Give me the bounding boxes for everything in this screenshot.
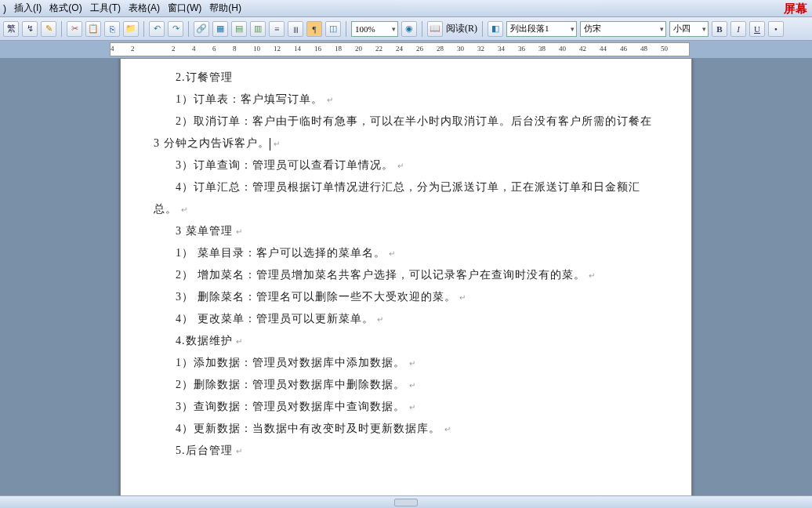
ruler-tick: 12 bbox=[274, 45, 281, 53]
traditional-button[interactable]: 繁 bbox=[3, 21, 19, 37]
ruler-tick: 8 bbox=[233, 45, 237, 53]
ruler-tick: 32 bbox=[477, 45, 484, 53]
more-icon[interactable]: • bbox=[768, 21, 784, 37]
format-brush-icon[interactable]: ✎ bbox=[41, 21, 56, 37]
horizontal-ruler[interactable]: 4224681012141618202224262830323436384042… bbox=[110, 42, 690, 56]
style-combo[interactable]: 列出段落1 bbox=[506, 21, 577, 37]
ruler-tick: 4 bbox=[111, 45, 114, 53]
menu-tools[interactable]: 工具(T) bbox=[90, 2, 121, 15]
ruler-tick: 46 bbox=[620, 45, 627, 53]
read-button[interactable]: 阅读(R) bbox=[446, 22, 477, 35]
doc-icon[interactable]: ◫ bbox=[325, 21, 341, 37]
ruler-tick: 24 bbox=[396, 45, 403, 53]
folder-icon[interactable]: 📁 bbox=[123, 21, 139, 37]
italic-button[interactable]: I bbox=[730, 21, 746, 37]
doc-line: 3）订单查询：管理员可以查看订单情况。 ↵ bbox=[154, 154, 658, 176]
doc-line: 4） 更改菜单：管理员可以更新菜单。 ↵ bbox=[154, 308, 658, 330]
undo-icon[interactable]: ↶ bbox=[149, 21, 165, 37]
ruler-tick: 20 bbox=[355, 45, 362, 53]
ruler-tick: 2 bbox=[131, 45, 135, 53]
text-cursor bbox=[270, 138, 270, 151]
ruler-tick: 38 bbox=[538, 45, 546, 53]
doc-line: 4）更新数据：当数据中有改变时及时更新数据库。 ↵ bbox=[154, 418, 658, 440]
style-icon[interactable]: ◧ bbox=[488, 21, 503, 37]
doc-line: 1）添加数据：管理员对数据库中添加数据。 ↵ bbox=[154, 352, 658, 374]
link-icon[interactable]: 🔗 bbox=[194, 21, 209, 37]
separator bbox=[422, 21, 422, 37]
book-icon[interactable]: 📖 bbox=[427, 21, 443, 37]
arrow-icon[interactable]: ↯ bbox=[22, 21, 38, 37]
ruler-tick: 4 bbox=[192, 45, 196, 53]
bold-button[interactable]: B bbox=[712, 21, 727, 37]
ruler-tick: 42 bbox=[579, 45, 586, 53]
ruler-tick: 30 bbox=[457, 45, 464, 53]
ruler-tick: 28 bbox=[437, 45, 444, 53]
ruler-tick: 36 bbox=[518, 45, 525, 53]
zoom-combo[interactable]: 100% bbox=[351, 21, 398, 37]
redo-icon[interactable]: ↷ bbox=[168, 21, 183, 37]
copy-icon[interactable]: ⎘ bbox=[104, 21, 120, 37]
ruler-tick: 22 bbox=[375, 45, 382, 53]
paste-icon[interactable]: 📋 bbox=[85, 21, 101, 37]
cut-icon[interactable]: ✂ bbox=[67, 21, 82, 37]
doc-line: 4.数据维护 ↵ bbox=[154, 330, 658, 352]
ruler-tick: 16 bbox=[314, 45, 321, 53]
ruler-tick: 14 bbox=[294, 45, 301, 53]
status-bar bbox=[0, 495, 812, 508]
table-icon[interactable]: ▦ bbox=[212, 21, 228, 37]
ruler-tick: 44 bbox=[600, 45, 607, 53]
doc-line: 2.订餐管理 bbox=[154, 67, 658, 89]
menu-help[interactable]: 帮助(H) bbox=[209, 2, 241, 15]
menu-format[interactable]: 格式(O) bbox=[49, 2, 82, 15]
doc-line: 3 菜单管理 ↵ bbox=[154, 220, 658, 242]
doc-line: 2） 增加菜名：管理员增加菜名共客户选择，可以记录客户在查询时没有的菜。 ↵ bbox=[154, 264, 658, 286]
font-combo[interactable]: 仿宋 bbox=[580, 21, 666, 37]
doc-line: 5.后台管理 ↵ bbox=[154, 440, 658, 462]
separator bbox=[143, 21, 144, 37]
separator bbox=[188, 21, 189, 37]
doc-line: 2）取消订单：客户由于临时有急事，可以在半小时内取消订单。后台没有客户所需的订餐… bbox=[154, 111, 658, 154]
screen-recorder-label: 屏幕 bbox=[784, 2, 807, 16]
document-page: 2.订餐管理 1）订单表：客户填写订单。 ↵ 2）取消订单：客户由于临时有急事，… bbox=[120, 58, 692, 495]
menu-insert[interactable]: 插入(I) bbox=[14, 2, 42, 15]
chart-icon[interactable]: ⫼ bbox=[288, 21, 303, 37]
size-combo[interactable]: 小四 bbox=[669, 21, 709, 37]
doc-line: 4）订单汇总：管理员根据订单情况进行汇总，分为已派送订单，正在派送订单和日金额汇… bbox=[154, 176, 658, 220]
menu-window[interactable]: 窗口(W) bbox=[168, 2, 201, 15]
separator bbox=[346, 21, 346, 37]
ruler-tick: 10 bbox=[253, 45, 260, 53]
doc-line: 2）删除数据：管理员对数据库中删除数据。 ↵ bbox=[154, 374, 658, 396]
ruler-tick: 6 bbox=[212, 45, 216, 53]
grid-icon[interactable]: ▤ bbox=[231, 21, 247, 37]
menu-table[interactable]: 表格(A) bbox=[129, 2, 160, 15]
doc-line: 3）查询数据：管理员对数据库中查询数据。 ↵ bbox=[154, 396, 658, 418]
separator bbox=[482, 21, 483, 37]
help-icon[interactable]: ◉ bbox=[401, 21, 417, 37]
ruler-tick: 40 bbox=[559, 45, 566, 53]
ruler-tick: 50 bbox=[661, 45, 668, 53]
doc-line: 1） 菜单目录：客户可以选择的菜单名。 ↵ bbox=[154, 242, 658, 264]
columns-icon[interactable]: ≡ bbox=[269, 21, 285, 37]
doc-line: 1）订单表：客户填写订单。 ↵ bbox=[154, 89, 658, 111]
menu-bar: ) 插入(I) 格式(O) 工具(T) 表格(A) 窗口(W) 帮助(H) bbox=[0, 0, 812, 17]
ruler-tick: 34 bbox=[498, 45, 505, 53]
para-icon[interactable]: ¶ bbox=[306, 21, 322, 37]
ruler-tick: 2 bbox=[172, 45, 176, 53]
underline-button[interactable]: U bbox=[749, 21, 765, 37]
ruler-tick: 18 bbox=[335, 45, 342, 53]
ruler-tick: 26 bbox=[416, 45, 423, 53]
insert-icon[interactable]: ▥ bbox=[250, 21, 266, 37]
partial-menu[interactable]: ) bbox=[3, 3, 6, 14]
separator bbox=[61, 21, 62, 37]
horizontal-scroll-thumb[interactable] bbox=[394, 499, 418, 506]
toolbar: 繁 ↯ ✎ ✂ 📋 ⎘ 📁 ↶ ↷ 🔗 ▦ ▤ ▥ ≡ ⫼ ¶ ◫ 100% ◉… bbox=[0, 17, 812, 41]
ruler-tick: 48 bbox=[640, 45, 647, 53]
doc-line: 3） 删除菜名：管理名可以删除一些不大受欢迎的菜。 ↵ bbox=[154, 286, 658, 308]
workspace: 2.订餐管理 1）订单表：客户填写订单。 ↵ 2）取消订单：客户由于临时有急事，… bbox=[0, 58, 812, 495]
